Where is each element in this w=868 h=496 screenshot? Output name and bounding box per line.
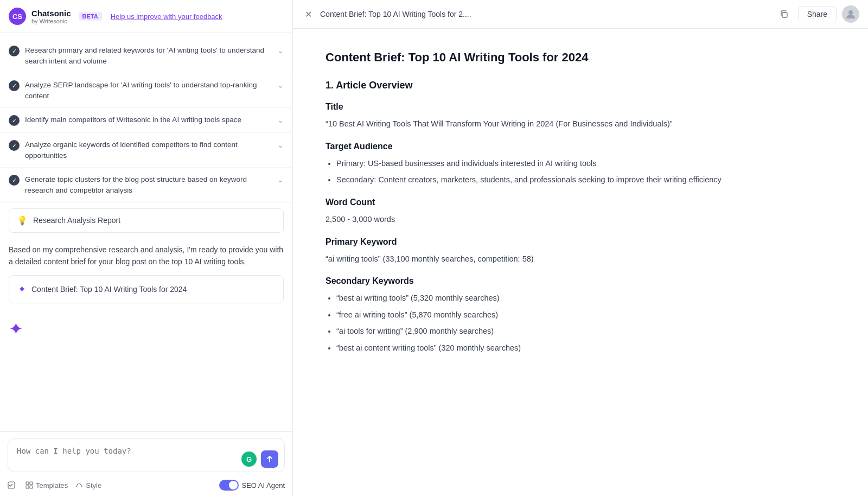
bulb-icon: 💡 [17, 215, 28, 226]
templates-label: Templates [36, 481, 68, 489]
seo-agent-toggle-area: SEO AI Agent [219, 480, 285, 491]
task-item[interactable]: ✓ Analyze organic keywords of identified… [0, 133, 292, 168]
task-text: Research primary and related keywords fo… [25, 45, 272, 66]
feedback-link[interactable]: Help us improve with your feedback [111, 12, 222, 21]
right-header: ✕ Content Brief: Top 10 AI Writing Tools… [293, 0, 868, 29]
list-item: “free ai writing tools” (5,870 monthly s… [336, 308, 835, 322]
task-list: ✓ Research primary and related keywords … [0, 33, 292, 431]
right-panel: ✕ Content Brief: Top 10 AI Writing Tools… [293, 0, 868, 496]
share-button[interactable]: Share [798, 6, 837, 22]
doc-audience-heading: Target Audience [326, 142, 835, 151]
style-label: Style [86, 481, 101, 489]
app-header: CS Chatsonic by Writesonic BETA Help us … [0, 0, 292, 33]
task-item[interactable]: ✓ Identify main competitors of Writesoni… [0, 108, 292, 133]
doc-title-heading: Title [326, 102, 835, 112]
g-button[interactable]: G [241, 452, 257, 467]
task-item[interactable]: ✓ Generate topic clusters for the blog p… [0, 168, 292, 202]
task-item[interactable]: ✓ Research primary and related keywords … [0, 39, 292, 73]
toolbar-row: Templates Style SEO AI Agent [8, 480, 285, 491]
chevron-down-icon[interactable]: ⌄ [277, 141, 284, 149]
doc-title: Content Brief: Top 10 AI Writing Tools f… [320, 10, 770, 18]
doc-audience-list: Primary: US-based businesses and individ… [326, 157, 835, 187]
brand-sub: by Writesonic [31, 18, 71, 24]
analysis-text: Based on my comprehensive research and a… [0, 238, 292, 271]
user-avatar[interactable] [842, 5, 859, 23]
big-star-area: ✦ [0, 308, 292, 350]
big-star-icon: ✦ [9, 319, 23, 339]
doc-wordcount-heading: Word Count [326, 198, 835, 207]
task-text: Identify main competitors of Writesonic … [25, 115, 272, 125]
app-logo: CS [9, 8, 26, 25]
doc-secondary-keywords-list: “best ai writing tools” (5,320 monthly s… [326, 291, 835, 355]
list-item: Primary: US-based businesses and individ… [336, 157, 835, 170]
doc-section1-heading: 1. Article Overview [326, 80, 835, 91]
input-area: G Templates Style [0, 431, 292, 496]
chevron-down-icon[interactable]: ⌄ [277, 116, 284, 124]
svg-rect-4 [30, 486, 33, 488]
content-brief-card[interactable]: ✦ Content Brief: Top 10 AI Writing Tools… [9, 275, 284, 303]
check-icon: ✓ [9, 115, 20, 126]
star-icon: ✦ [18, 283, 26, 295]
task-item[interactable]: ✓ Analyze SERP landscape for 'AI writing… [0, 73, 292, 108]
report-label: Research Analysis Report [33, 216, 120, 225]
templates-button[interactable]: Templates [25, 481, 68, 489]
doc-wordcount-value: 2,500 - 3,000 words [326, 213, 835, 226]
check-icon: ✓ [9, 46, 20, 56]
style-button[interactable]: Style [75, 481, 101, 489]
beta-badge: BETA [79, 12, 102, 21]
doc-main-heading: Content Brief: Top 10 AI Writing Tools f… [326, 50, 835, 65]
doc-title-value: “10 Best AI Writing Tools That Will Tran… [326, 117, 835, 131]
list-item: “best ai content writing tools” (320 mon… [336, 341, 835, 355]
copy-button[interactable] [775, 5, 793, 23]
svg-rect-5 [782, 12, 787, 17]
task-text: Analyze organic keywords of identified c… [25, 139, 272, 161]
svg-rect-2 [30, 482, 33, 485]
chevron-down-icon[interactable]: ⌄ [277, 46, 284, 55]
brand-name: Chatsonic [31, 9, 71, 18]
left-panel: CS Chatsonic by Writesonic BETA Help us … [0, 0, 293, 496]
svg-rect-3 [26, 486, 29, 488]
close-button[interactable]: ✕ [302, 8, 315, 21]
chevron-down-icon[interactable]: ⌄ [277, 175, 284, 184]
check-icon: ✓ [9, 140, 20, 151]
doc-content: Content Brief: Top 10 AI Writing Tools f… [293, 29, 868, 496]
send-button[interactable] [261, 450, 278, 468]
doc-primary-keyword-value: “ai writing tools” (33,100 monthly searc… [326, 252, 835, 266]
task-text: Generate topic clusters for the blog pos… [25, 174, 272, 195]
task-text: Analyze SERP landscape for 'AI writing t… [25, 80, 272, 101]
check-icon: ✓ [9, 80, 20, 91]
toggle-thumb [229, 481, 238, 489]
toggle-label: SEO AI Agent [242, 481, 285, 489]
seo-agent-toggle[interactable] [219, 480, 239, 491]
report-analysis-card[interactable]: 💡 Research Analysis Report [9, 208, 284, 233]
brief-label: Content Brief: Top 10 AI Writing Tools f… [31, 285, 187, 294]
list-item: Secondary: Content creators, marketers, … [336, 173, 835, 187]
check-icon: ✓ [9, 175, 20, 186]
svg-rect-1 [26, 482, 29, 485]
chevron-down-icon[interactable]: ⌄ [277, 81, 284, 90]
input-wrapper: G [8, 438, 285, 474]
list-item: “ai tools for writing” (2,900 monthly se… [336, 325, 835, 338]
doc-secondary-keywords-heading: Secondary Keywords [326, 276, 835, 286]
list-item: “best ai writing tools” (5,320 monthly s… [336, 291, 835, 305]
doc-primary-keyword-heading: Primary Keyword [326, 237, 835, 247]
brand-info: Chatsonic by Writesonic [31, 9, 71, 24]
attach-button[interactable] [8, 481, 18, 489]
svg-point-6 [848, 10, 853, 15]
